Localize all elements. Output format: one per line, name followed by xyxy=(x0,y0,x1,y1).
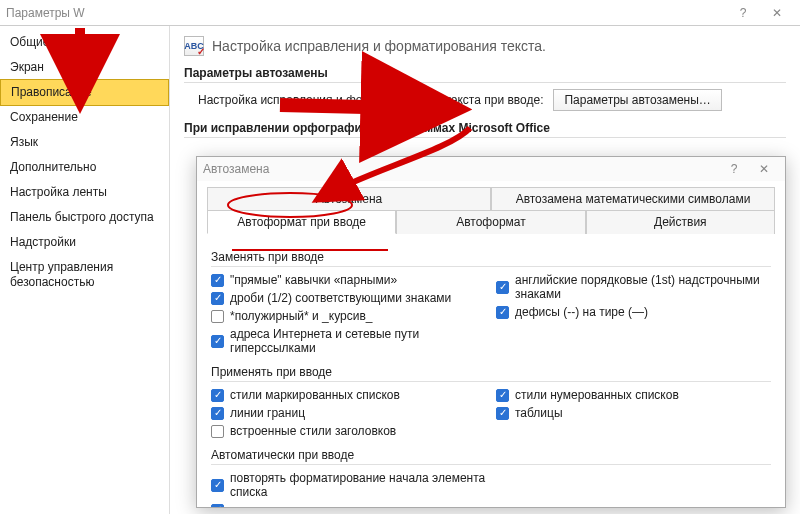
check-apply-left-0[interactable]: стили маркированных списков xyxy=(211,388,486,402)
help-button[interactable]: ? xyxy=(726,0,760,26)
section-checks-apply: стили маркированных списковлинии границв… xyxy=(211,384,771,442)
tab-body: Заменять при вводе"прямые" кавычки «парн… xyxy=(197,240,785,507)
checkbox-icon[interactable] xyxy=(211,310,224,323)
page-title: Настройка исправления и форматирования т… xyxy=(212,38,546,54)
autocorrect-dialog-title: Автозамена xyxy=(203,162,719,176)
check-replace-right-1[interactable]: дефисы (--) на тире (—) xyxy=(496,305,771,319)
check-label: *полужирный* и _курсив_ xyxy=(230,309,372,323)
check-label: адреса Интернета и сетевые пути гиперссы… xyxy=(230,327,486,355)
check-replace-left-3[interactable]: адреса Интернета и сетевые пути гиперссы… xyxy=(211,327,486,355)
checkbox-icon[interactable] xyxy=(211,389,224,402)
autocorrect-description: Настройка исправления и форматирования т… xyxy=(198,93,543,107)
check-label: "прямые" кавычки «парными» xyxy=(230,273,397,287)
dialog-tabs-row2: Автоформат при вводеАвтоформатДействия xyxy=(207,210,775,234)
options-sidebar: ОбщиеЭкранПравописаниеСохранениеЯзыкДопо… xyxy=(0,26,170,514)
checkbox-icon[interactable] xyxy=(211,274,224,287)
sidebar-item-7[interactable]: Панель быстрого доступа xyxy=(0,205,169,230)
dialog-help-button[interactable]: ? xyxy=(719,157,749,181)
section-checks-replace: "прямые" кавычки «парными»дроби (1/2) со… xyxy=(211,269,771,359)
check-apply-left-1[interactable]: линии границ xyxy=(211,406,486,420)
dialog-close-button[interactable]: ✕ xyxy=(749,157,779,181)
autocorrect-dialog: Автозамена ? ✕ АвтозаменаАвтозамена мате… xyxy=(196,156,786,508)
checkbox-icon[interactable] xyxy=(496,407,509,420)
dialog-tab-row2-1[interactable]: Автоформат xyxy=(396,210,585,234)
sidebar-item-6[interactable]: Настройка ленты xyxy=(0,180,169,205)
check-auto-left-0[interactable]: повторять форматирование начала элемента… xyxy=(211,471,486,499)
autocorrect-options-button[interactable]: Параметры автозамены… xyxy=(553,89,721,111)
main-titlebar: Параметры W ? ✕ xyxy=(0,0,800,26)
checkbox-icon[interactable] xyxy=(496,306,509,319)
check-label: стили маркированных списков xyxy=(230,388,400,402)
dialog-tab-row2-2[interactable]: Действия xyxy=(586,210,775,234)
check-label: таблицы xyxy=(515,406,563,420)
checkbox-icon[interactable] xyxy=(496,389,509,402)
check-auto-left-1[interactable]: устанавливать отступы клавишами xyxy=(211,503,486,507)
checkbox-icon[interactable] xyxy=(211,479,224,492)
sidebar-item-0[interactable]: Общие xyxy=(0,30,169,55)
check-apply-left-2[interactable]: встроенные стили заголовков xyxy=(211,424,486,438)
checkbox-icon[interactable] xyxy=(211,504,224,508)
autocorrect-titlebar: Автозамена ? ✕ xyxy=(197,157,785,181)
sidebar-item-5[interactable]: Дополнительно xyxy=(0,155,169,180)
check-apply-right-0[interactable]: стили нумерованных списков xyxy=(496,388,771,402)
check-label: английские порядковые (1st) надстрочными… xyxy=(515,273,771,301)
check-label: дроби (1/2) соответствующими знаками xyxy=(230,291,451,305)
checkbox-icon[interactable] xyxy=(211,425,224,438)
check-label: повторять форматирование начала элемента… xyxy=(230,471,486,499)
section-title-apply: Применять при вводе xyxy=(211,365,771,382)
sidebar-item-8[interactable]: Надстройки xyxy=(0,230,169,255)
dialog-tab-row1-1[interactable]: Автозамена математическими символами xyxy=(491,187,775,210)
checkbox-icon[interactable] xyxy=(211,335,224,348)
checkbox-icon[interactable] xyxy=(211,292,224,305)
section-title-auto: Автоматически при вводе xyxy=(211,448,771,465)
group-spelling-office: При исправлении орфографии в программах … xyxy=(184,121,786,138)
check-apply-right-1[interactable]: таблицы xyxy=(496,406,771,420)
dialog-tabs-row1: АвтозаменаАвтозамена математическими сим… xyxy=(207,187,775,210)
check-label: линии границ xyxy=(230,406,305,420)
sidebar-item-1[interactable]: Экран xyxy=(0,55,169,80)
group-autocorrect: Параметры автозамены xyxy=(184,66,786,83)
check-label: встроенные стили заголовков xyxy=(230,424,396,438)
close-button[interactable]: ✕ xyxy=(760,0,794,26)
main-title: Параметры W xyxy=(6,6,726,20)
check-replace-left-1[interactable]: дроби (1/2) соответствующими знаками xyxy=(211,291,486,305)
sidebar-item-9[interactable]: Центр управления безопасностью xyxy=(0,255,169,295)
section-checks-auto: повторять форматирование начала элемента… xyxy=(211,467,771,507)
check-replace-left-0[interactable]: "прямые" кавычки «парными» xyxy=(211,273,486,287)
dialog-tab-row2-0[interactable]: Автоформат при вводе xyxy=(207,210,396,234)
check-label: стили нумерованных списков xyxy=(515,388,679,402)
check-label: устанавливать отступы клавишами xyxy=(230,503,426,507)
checkbox-icon[interactable] xyxy=(496,281,509,294)
checkbox-icon[interactable] xyxy=(211,407,224,420)
section-title-replace: Заменять при вводе xyxy=(211,250,771,267)
check-label: дефисы (--) на тире (—) xyxy=(515,305,648,319)
sidebar-item-3[interactable]: Сохранение xyxy=(0,105,169,130)
check-replace-right-0[interactable]: английские порядковые (1st) надстрочными… xyxy=(496,273,771,301)
dialog-tab-row1-0[interactable]: Автозамена xyxy=(207,187,491,210)
proofing-icon: ABC xyxy=(184,36,204,56)
sidebar-item-2[interactable]: Правописание xyxy=(0,79,169,106)
sidebar-item-4[interactable]: Язык xyxy=(0,130,169,155)
check-replace-left-2[interactable]: *полужирный* и _курсив_ xyxy=(211,309,486,323)
